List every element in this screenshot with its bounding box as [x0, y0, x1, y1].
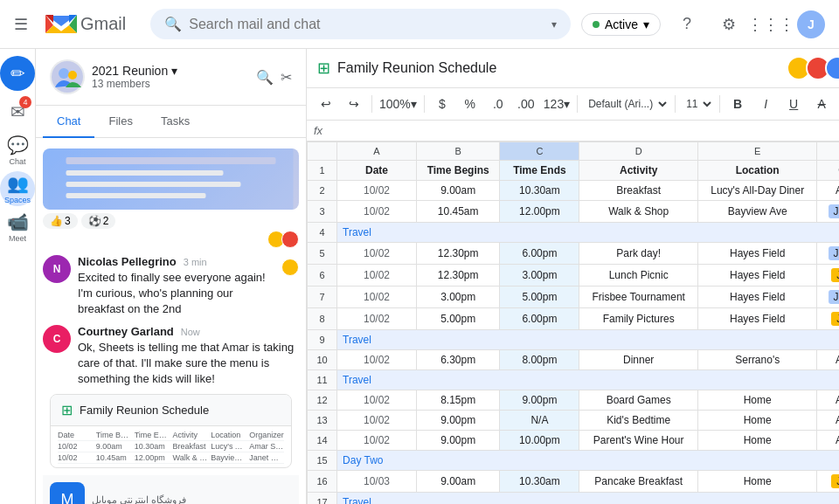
cell-6-f[interactable]: John Smith: [817, 265, 839, 287]
options-icon[interactable]: ✂: [281, 69, 292, 86]
cell-14-d[interactable]: Parent's Wine Hour: [579, 431, 698, 451]
cell-14-f[interactable]: Amar Singh: [817, 431, 839, 451]
cell-7-f[interactable]: Janet Gilboa: [817, 287, 839, 308]
cell-13-f[interactable]: Amar Singh: [817, 411, 839, 431]
cell-3-b[interactable]: 10.45am: [416, 201, 500, 223]
number-format-button[interactable]: 123▾: [542, 92, 572, 116]
sidebar-item-mail[interactable]: ✉ 4: [0, 94, 35, 129]
cell-16-d[interactable]: Pancake Breakfast: [579, 471, 698, 493]
percent-button[interactable]: %: [458, 92, 482, 116]
cell-5-a[interactable]: 10/02: [337, 243, 417, 265]
cell-1-e[interactable]: Location: [698, 161, 817, 181]
cell-13-c[interactable]: N/A: [500, 411, 579, 431]
menu-icon[interactable]: ☰: [14, 15, 28, 34]
cell-10-c[interactable]: 8.00pm: [500, 350, 579, 370]
cell-12-d[interactable]: Board Games: [579, 390, 698, 411]
settings-button[interactable]: ⚙: [713, 9, 745, 40]
cell-16-e[interactable]: Home: [698, 471, 817, 493]
cell-2-c[interactable]: 10.30am: [500, 181, 579, 201]
sidebar-item-spaces[interactable]: 👥 Spaces: [0, 171, 35, 206]
cell-8-e[interactable]: Hayes Field: [698, 308, 817, 330]
cell-8-b[interactable]: 5.00pm: [416, 308, 500, 330]
search-bar[interactable]: 🔍 ▾: [150, 9, 571, 39]
cell-6-b[interactable]: 12.30pm: [416, 265, 500, 287]
cell-2-f[interactable]: Amar Singh: [817, 181, 839, 201]
cell-7-b[interactable]: 3.00pm: [416, 287, 500, 308]
cell-6-c[interactable]: 3.00pm: [500, 265, 579, 287]
cell-2-e[interactable]: Lucy's All-Day Diner: [698, 181, 817, 201]
cell-12-f[interactable]: Amar Singh: [817, 390, 839, 411]
cell-1-c[interactable]: Time Ends: [500, 161, 579, 181]
cell-5-d[interactable]: Park day!: [579, 243, 698, 265]
col-header-d[interactable]: D: [579, 142, 698, 161]
apps-button[interactable]: ⋮⋮⋮: [755, 9, 787, 40]
col-header-b[interactable]: B: [416, 142, 500, 161]
strikethrough-button[interactable]: A: [809, 92, 834, 116]
col-header-c[interactable]: C: [500, 142, 579, 161]
cell-12-c[interactable]: 9.00pm: [500, 390, 579, 411]
cell-13-b[interactable]: 9.00pm: [416, 411, 500, 431]
soccer-reaction[interactable]: ⚽ 2: [81, 213, 116, 229]
cell-5-e[interactable]: Hayes Field: [698, 243, 817, 265]
cell-5-b[interactable]: 12.30pm: [416, 243, 500, 265]
cell-12-b[interactable]: 8.15pm: [416, 390, 500, 411]
cell-10-d[interactable]: Dinner: [579, 350, 698, 370]
cell-16-f[interactable]: John Smith: [817, 471, 839, 493]
cell-13-d[interactable]: Kid's Bedtime: [579, 411, 698, 431]
cell-11-travel[interactable]: Travel: [337, 370, 839, 390]
cell-7-c[interactable]: 5.00pm: [500, 287, 579, 308]
cell-7-a[interactable]: 10/02: [337, 287, 417, 308]
group-dropdown-icon[interactable]: ▾: [171, 64, 177, 78]
tab-files[interactable]: Files: [94, 106, 146, 138]
help-button[interactable]: ?: [671, 9, 703, 40]
col-header-f[interactable]: F: [817, 142, 839, 161]
cell-8-f[interactable]: John Smith: [817, 308, 839, 330]
cell-13-a[interactable]: 10/02: [337, 411, 417, 431]
active-status-button[interactable]: Active ▾: [581, 13, 661, 36]
cell-10-b[interactable]: 6.30pm: [416, 350, 500, 370]
sidebar-item-chat[interactable]: 💬 Chat: [0, 133, 35, 168]
bold-button[interactable]: B: [725, 92, 750, 116]
cell-1-b[interactable]: Time Begins: [416, 161, 500, 181]
cell-7-e[interactable]: Hayes Field: [698, 287, 817, 308]
undo-button[interactable]: ↩: [314, 92, 338, 116]
cell-14-a[interactable]: 10/02: [337, 431, 417, 451]
font-size-selector[interactable]: 11: [681, 95, 714, 113]
preview-card[interactable]: ⊞ Family Reunion Schedule Date Time Begi…: [50, 394, 292, 468]
cell-14-c[interactable]: 10.00pm: [500, 431, 579, 451]
cell-6-a[interactable]: 10/02: [337, 265, 417, 287]
sidebar-item-compose[interactable]: ✏: [0, 56, 35, 91]
cell-8-a[interactable]: 10/02: [337, 308, 417, 330]
cell-16-a[interactable]: 10/03: [337, 471, 417, 493]
cell-3-e[interactable]: Bayview Ave: [698, 201, 817, 223]
spreadsheet-table-container[interactable]: A B C D E F G 1 Date: [307, 142, 839, 504]
cell-10-f[interactable]: Amar Singh: [817, 350, 839, 370]
font-selector[interactable]: Default (Ari...): [583, 95, 669, 113]
cell-7-d[interactable]: Frisbee Tournament: [579, 287, 698, 308]
cell-5-c[interactable]: 6.00pm: [500, 243, 579, 265]
col-header-a[interactable]: A: [337, 142, 417, 161]
cell-13-e[interactable]: Home: [698, 411, 817, 431]
cell-14-b[interactable]: 9.00pm: [416, 431, 500, 451]
cell-1-a[interactable]: Date: [337, 161, 417, 181]
cell-5-f[interactable]: Janet Gilboa: [817, 243, 839, 265]
thumbs-up-reaction[interactable]: 👍 3: [43, 213, 78, 229]
redo-button[interactable]: ↪: [342, 92, 366, 116]
decimal-increase-button[interactable]: .00: [514, 92, 538, 116]
underline-button[interactable]: U: [781, 92, 806, 116]
cell-3-c[interactable]: 12.00pm: [500, 201, 579, 223]
cell-12-a[interactable]: 10/02: [337, 390, 417, 411]
user-avatar[interactable]: J: [797, 10, 825, 38]
cell-16-c[interactable]: 10.30am: [500, 471, 579, 493]
cell-4-travel[interactable]: Travel: [337, 223, 839, 243]
cell-3-f[interactable]: Janet Gilboa: [817, 201, 839, 223]
cell-9-travel[interactable]: Travel: [337, 330, 839, 350]
currency-button[interactable]: $: [430, 92, 454, 116]
decimal-decrease-button[interactable]: .0: [486, 92, 510, 116]
cell-14-e[interactable]: Home: [698, 431, 817, 451]
italic-button[interactable]: I: [753, 92, 778, 116]
search-dropdown-icon[interactable]: ▾: [551, 18, 557, 31]
cell-8-d[interactable]: Family Pictures: [579, 308, 698, 330]
cell-2-b[interactable]: 9.00am: [416, 181, 500, 201]
cell-16-b[interactable]: 9.00am: [416, 471, 500, 493]
